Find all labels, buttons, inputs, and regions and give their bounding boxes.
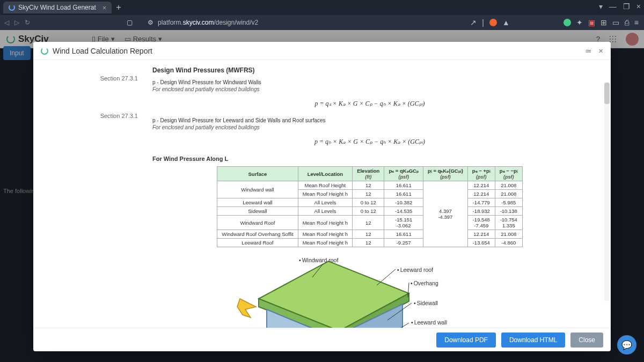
window-restore-icon[interactable]: ❐ [623, 2, 630, 11]
section-ref-b: Section 27.3.1 [33, 113, 138, 119]
formula-b: p = qₕ × Kₔ × G × Cₚ − qₕ × Kₔ × (GCₚᵢ) [141, 138, 599, 146]
bookmark-icon[interactable]: ▢ [127, 19, 133, 26]
label-lw-wall: Leeward wall [411, 319, 447, 326]
svg-marker-11 [237, 299, 256, 317]
along-heading: For Wind Pressure Along L [152, 156, 599, 162]
download-html-button[interactable]: Download HTML [501, 333, 565, 348]
tab-close-icon[interactable]: × [103, 4, 107, 12]
th-pe: pₑ = qKₔGCₚ(psf) [384, 167, 423, 181]
ext-badge-1[interactable] [489, 19, 497, 26]
th-level: Level/Location [298, 167, 353, 181]
th-ppos: pₑ − +pᵢ(psf) [467, 167, 495, 181]
chat-bubble-icon[interactable]: 💬 [617, 335, 636, 354]
menu-icon[interactable]: ≡ [634, 18, 639, 27]
th-surface: Surface [217, 167, 298, 181]
tab-title: SkyCiv Wind Load Generat [18, 4, 96, 11]
warn-icon[interactable]: ▲ [502, 18, 510, 27]
panel-icon[interactable]: ▭ [612, 18, 619, 27]
download-pdf-button[interactable]: Download PDF [436, 333, 496, 348]
table-row: Windward Roof Overhang SoffitMean Roof H… [217, 230, 523, 239]
ext-icon-3[interactable]: ▣ [588, 18, 595, 27]
filter-icon[interactable]: ≃ [585, 46, 592, 56]
th-pneg: pₑ − −pᵢ(psf) [495, 167, 522, 181]
extensions-icon[interactable]: ⊞ [601, 18, 607, 27]
para-b-line: p - Design Wind Pressure for Leeward and… [152, 117, 599, 123]
report-body[interactable]: Design Wind Pressures (MWFRS) Section 27… [33, 60, 611, 328]
section-ref-a: Section 27.3.1 [33, 75, 138, 82]
para-b-note: For enclosed and partially enclosed buil… [152, 124, 599, 130]
save-page-icon[interactable]: ⎙ [625, 18, 629, 27]
svg-line-6 [377, 269, 396, 285]
label-sidewall: Sidewall [414, 300, 438, 306]
back-icon[interactable]: ◁ [4, 19, 9, 26]
forward-icon[interactable]: ▷ [14, 19, 19, 26]
ext-icon-2[interactable]: ✦ [576, 18, 583, 27]
label-lw-roof: Leeward roof [397, 267, 433, 273]
table-row: Leeward RoofMean Roof Height h12-9.257-1… [217, 239, 523, 247]
new-tab-button[interactable]: + [116, 3, 121, 12]
th-elev: Elevation(ft) [353, 167, 384, 181]
url-text: platform.skyciv.com/design/wind/v2 [158, 19, 258, 26]
window-minimize-icon[interactable]: — [609, 2, 617, 11]
reload-icon[interactable]: ↻ [25, 19, 30, 26]
para-a-note: For enclosed and partially enclosed buil… [152, 86, 599, 92]
table-row: Windward RoofMean Roof Height h12-15.151… [217, 216, 523, 230]
pressure-table: Surface Level/Location Elevation(ft) pₑ … [217, 166, 523, 247]
report-scrollbar[interactable] [604, 83, 610, 301]
window-close-icon[interactable]: × [636, 2, 641, 11]
close-button[interactable]: Close [570, 333, 603, 348]
building-diagram: Windward roof Leeward roof Overhang Side… [151, 256, 599, 328]
table-row: SidewallAll Levels0 to 12-14.535-18.932-… [217, 207, 523, 216]
share-icon[interactable]: ↗ [470, 18, 477, 27]
report-modal: Wind Load Calculation Report ≃ × Design … [33, 42, 611, 351]
modal-logo-icon [41, 47, 48, 55]
tab-favicon [9, 4, 15, 11]
label-ww-roof: Windward roof [299, 257, 338, 263]
table-row: Leeward wallAll Levels0 to 12-10.382-14.… [217, 198, 523, 207]
modal-close-icon[interactable]: × [598, 46, 603, 56]
modal-title: Wind Load Calculation Report [53, 47, 152, 55]
label-overhang: Overhang [411, 280, 438, 286]
para-a-line: p - Design Wind Pressure for Windward Wa… [152, 79, 599, 85]
window-min-icon[interactable]: ▾ [599, 2, 603, 11]
ext-icon-1[interactable] [564, 19, 571, 26]
formula-a: p = qₛ × Kₔ × G × Cₚ − qₕ × Kₔ × (GCₚᵢ) [141, 100, 599, 108]
th-pi: pᵢ = qₕKₔ(GCₚᵢ)(psf) [423, 167, 467, 181]
table-row: Windward wallMean Roof Height1216.6114.3… [217, 181, 523, 190]
browser-tab[interactable]: SkyCiv Wind Load Generat × [3, 2, 112, 13]
section-heading: Design Wind Pressures (MWFRS) [152, 67, 599, 74]
site-settings-icon[interactable]: ⚙ [148, 19, 153, 26]
